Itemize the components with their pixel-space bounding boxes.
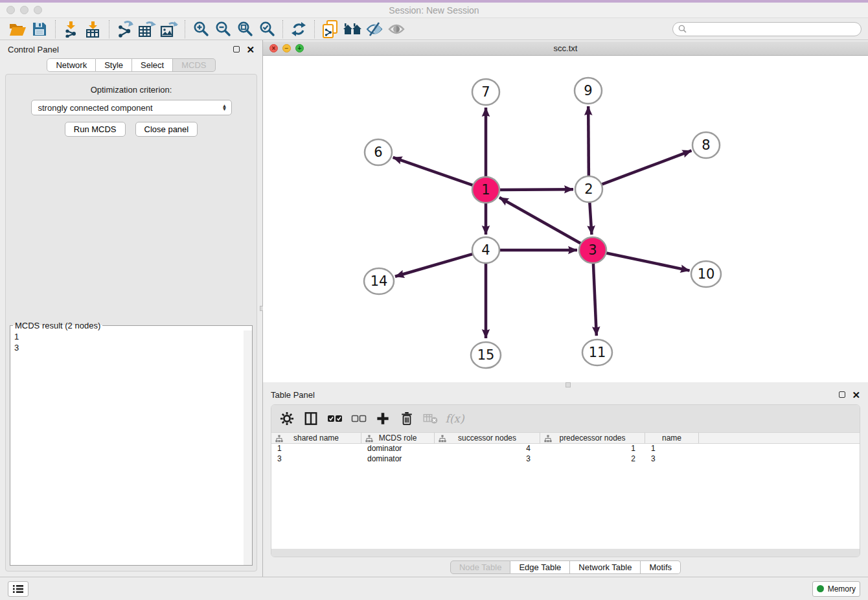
export-table-button[interactable] <box>136 19 158 39</box>
edge-3-1[interactable] <box>499 198 582 244</box>
cell-successor-nodes[interactable]: 3 <box>435 454 540 465</box>
show-graphics-details-button[interactable] <box>385 19 407 39</box>
apply-layout-button[interactable] <box>288 19 310 39</box>
node-4[interactable]: 4 <box>472 237 499 263</box>
table-row[interactable]: 3dominator323 <box>271 454 860 465</box>
import-network-button[interactable] <box>60 19 82 39</box>
tab-style[interactable]: Style <box>96 58 132 72</box>
control-panel-close-button[interactable]: ✕ <box>246 45 255 54</box>
cell-shared-name[interactable]: 3 <box>271 454 361 465</box>
node-1[interactable]: 1 <box>472 177 499 203</box>
export-network-button[interactable] <box>114 19 136 39</box>
node-11[interactable]: 11 <box>582 340 612 365</box>
delete-column-button[interactable] <box>398 410 416 428</box>
column-header-successor-nodes[interactable]: successor nodes <box>435 433 540 443</box>
edge-2-3[interactable] <box>589 202 591 235</box>
edge-2-9[interactable] <box>588 106 589 177</box>
task-history-button[interactable] <box>8 581 29 597</box>
tab-network[interactable]: Network <box>47 58 96 72</box>
horizontal-splitter-grip[interactable] <box>565 382 571 387</box>
table-panel-close-button[interactable]: ✕ <box>852 390 860 400</box>
hide-graphics-details-button[interactable] <box>363 19 385 39</box>
zoom-out-button[interactable] <box>212 19 234 39</box>
node-label: 2 <box>584 181 593 197</box>
show-column-button[interactable] <box>302 410 320 428</box>
tab-motifs[interactable]: Motifs <box>641 560 681 574</box>
node-label: 6 <box>374 144 382 160</box>
delete-table-button[interactable] <box>422 410 440 428</box>
open-folder-icon <box>9 21 27 37</box>
node-8[interactable]: 8 <box>692 132 720 158</box>
table-tabs: Node TableEdge TableNetwork TableMotifs <box>263 560 868 574</box>
column-header-predecessor-nodes[interactable]: predecessor nodes <box>540 433 645 443</box>
function-builder-button[interactable]: f(x) <box>446 410 464 428</box>
node-label: 9 <box>584 83 592 98</box>
cell-predecessor-nodes[interactable]: 1 <box>540 444 645 454</box>
mcds-result-list[interactable]: 1 3 <box>10 330 252 353</box>
node-9[interactable]: 9 <box>575 78 602 104</box>
select-all-button[interactable] <box>326 410 344 428</box>
edge-3-10[interactable] <box>605 253 690 271</box>
node-2[interactable]: 2 <box>575 176 602 202</box>
memory-label: Memory <box>828 584 856 594</box>
edge-1-6[interactable] <box>393 157 474 186</box>
cell-MCDS-role[interactable]: dominator <box>361 444 435 454</box>
tab-select[interactable]: Select <box>132 58 173 72</box>
delete-table-icon <box>423 413 439 424</box>
column-header-MCDS-role[interactable]: MCDS role <box>361 433 435 443</box>
network-graph[interactable]: 7968124314101511 <box>263 56 867 380</box>
node-14[interactable]: 14 <box>364 268 394 294</box>
zoom-in-icon <box>193 21 209 37</box>
tab-network-table[interactable]: Network Table <box>570 560 641 574</box>
run-mcds-button[interactable]: Run MCDS <box>65 122 126 137</box>
cell-name[interactable]: 3 <box>645 454 699 465</box>
import-table-button[interactable] <box>82 19 104 39</box>
open-session-button[interactable] <box>6 19 29 39</box>
column-header-shared-name[interactable]: shared name <box>271 433 361 443</box>
toolbar-separator <box>282 20 283 38</box>
column-type-icon <box>439 435 446 443</box>
edge-1-2[interactable] <box>498 189 573 190</box>
tab-mcds[interactable]: MCDS <box>173 58 215 72</box>
edge-3-11[interactable] <box>593 262 597 336</box>
horizontal-splitter[interactable] <box>263 382 868 387</box>
table-panel-float-button[interactable] <box>839 391 845 398</box>
save-session-button[interactable] <box>29 19 51 39</box>
network-overview-button[interactable] <box>341 19 363 39</box>
node-3[interactable]: 3 <box>579 237 606 263</box>
create-column-button[interactable] <box>374 410 392 428</box>
node-6[interactable]: 6 <box>365 139 392 165</box>
zoom-in-button[interactable] <box>190 19 212 39</box>
gear-icon <box>280 411 294 426</box>
table-settings-button[interactable] <box>278 410 296 428</box>
network-canvas[interactable]: 7968124314101511 <box>263 56 868 382</box>
tab-node-table[interactable]: Node Table <box>450 560 511 574</box>
memory-button[interactable]: Memory <box>812 581 860 597</box>
tab-edge-table[interactable]: Edge Table <box>510 560 570 574</box>
cell-successor-nodes[interactable]: 4 <box>435 444 540 454</box>
deselect-all-button[interactable] <box>350 410 368 428</box>
edge-4-14[interactable] <box>395 253 474 276</box>
column-header-name[interactable]: name <box>645 433 699 443</box>
table-toolbar: f(x) <box>271 405 860 432</box>
cell-predecessor-nodes[interactable]: 2 <box>540 454 645 465</box>
table-row[interactable]: 1dominator411 <box>271 444 860 454</box>
export-image-button[interactable] <box>158 19 180 39</box>
cell-shared-name[interactable]: 1 <box>271 444 361 454</box>
zoom-selected-button[interactable] <box>256 19 278 39</box>
control-panel-float-button[interactable] <box>233 46 240 52</box>
node-10[interactable]: 10 <box>691 261 721 287</box>
result-scrollbar[interactable] <box>244 330 252 565</box>
cell-MCDS-role[interactable]: dominator <box>361 454 435 465</box>
node-15[interactable]: 15 <box>471 342 501 368</box>
copy-network-button[interactable] <box>319 19 341 39</box>
zoom-fit-icon <box>237 21 253 37</box>
search-input[interactable] <box>690 25 856 34</box>
node-label: 7 <box>481 84 490 100</box>
node-7[interactable]: 7 <box>472 79 499 105</box>
edge-2-8[interactable] <box>600 150 692 185</box>
zoom-fit-button[interactable] <box>234 19 256 39</box>
cell-name[interactable]: 1 <box>645 444 699 454</box>
close-panel-button[interactable]: Close panel <box>135 122 198 137</box>
criterion-select[interactable]: strongly connected component ▲▼ <box>31 100 232 115</box>
